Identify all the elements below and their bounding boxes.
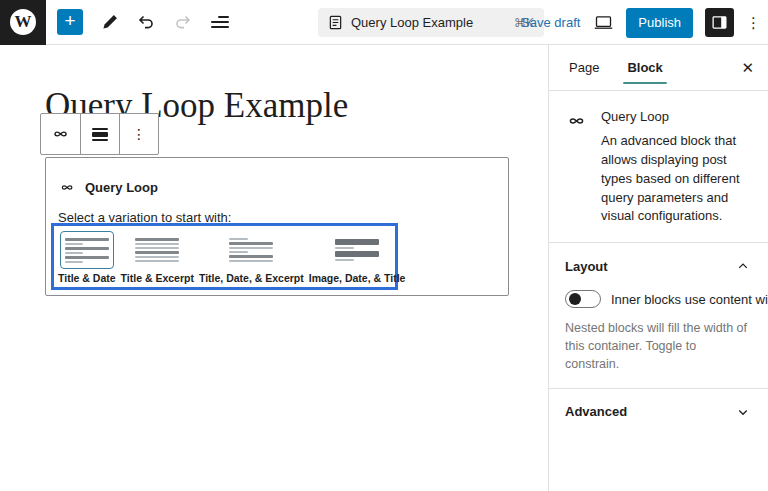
variation-icon [330, 231, 384, 269]
sidebar-tabs: Page Block ✕ [549, 45, 768, 91]
align-button[interactable] [80, 114, 119, 154]
layout-panel-header[interactable]: Layout [565, 257, 752, 275]
query-loop-icon [58, 178, 77, 197]
block-type-button[interactable] [41, 114, 80, 154]
variation-title-date-excerpt[interactable]: Title, Date, & Excerpt [199, 231, 304, 284]
variation-label: Title & Date [58, 272, 116, 284]
advanced-panel-header[interactable]: Advanced [565, 403, 752, 421]
title-excerpt-icon [135, 235, 179, 265]
variation-icon [224, 231, 278, 269]
block-toolbar: ⋮ [40, 113, 159, 155]
save-draft-button[interactable]: Save draft [521, 15, 580, 30]
toggle-label: Inner blocks use content width [611, 292, 768, 307]
advanced-panel-title: Advanced [565, 404, 627, 419]
settings-sidebar: Page Block ✕ Query Loop An advanced bloc… [548, 45, 768, 491]
wordpress-logo-button[interactable]: W [0, 0, 46, 45]
close-sidebar-button[interactable]: ✕ [741, 45, 754, 90]
document-title: Query Loop Example [351, 15, 506, 30]
redo-button[interactable] [172, 11, 194, 33]
wordpress-logo-icon: W [10, 9, 36, 35]
block-inserter-button[interactable]: + [57, 9, 83, 35]
advanced-panel: Advanced [549, 388, 768, 435]
editor-main: Query Loop Example ⋮ Query Loop Select a… [0, 45, 768, 491]
tab-page[interactable]: Page [555, 45, 613, 90]
query-loop-icon [565, 109, 589, 133]
variation-icon-selected [60, 231, 114, 269]
list-view-icon [211, 16, 229, 28]
query-loop-block-placeholder: Query Loop Select a variation to start w… [45, 157, 509, 296]
layout-help-text: Nested blocks will fill the width of thi… [565, 319, 751, 373]
settings-sidebar-toggle[interactable] [705, 8, 734, 37]
block-card-body: Query Loop An advanced block that allows… [601, 109, 752, 226]
variation-picker: Title & Date Title & Excerpt [51, 223, 398, 290]
block-card-description: An advanced block that allows displaying… [601, 132, 752, 226]
laptop-icon [593, 12, 614, 33]
align-icon [92, 128, 108, 141]
variation-label: Title & Excerpt [121, 272, 194, 284]
content-width-toggle[interactable] [565, 290, 601, 308]
toolbar-tools: + [57, 9, 231, 35]
publish-button[interactable]: Publish [626, 8, 693, 38]
redo-icon [173, 12, 193, 32]
variation-title-excerpt[interactable]: Title & Excerpt [121, 231, 194, 284]
block-options-button[interactable]: ⋮ [119, 114, 158, 154]
variation-label: Image, Date, & Title [309, 272, 406, 284]
title-date-icon [65, 235, 109, 265]
vertical-dots-icon: ⋮ [132, 132, 146, 136]
editor-top-bar: W + Query Loop Example ⌘K Save draft Pub… [0, 0, 768, 45]
chevron-up-icon [734, 257, 752, 275]
editor-canvas: Query Loop Example ⋮ Query Loop Select a… [0, 45, 548, 491]
chevron-down-icon [734, 403, 752, 421]
sidebar-icon [711, 14, 728, 31]
layout-panel-title: Layout [565, 259, 608, 274]
preview-button[interactable] [592, 12, 614, 34]
page-icon [328, 15, 343, 30]
block-card: Query Loop An advanced block that allows… [549, 91, 768, 242]
variation-image-date-title[interactable]: Image, Date, & Title [309, 231, 406, 284]
undo-icon [136, 12, 156, 32]
placeholder-header: Query Loop [58, 178, 508, 197]
pencil-icon [100, 13, 119, 32]
options-menu-button[interactable]: ⋮ [746, 20, 760, 25]
image-date-title-icon [335, 235, 379, 265]
toggle-knob [569, 293, 581, 305]
title-date-excerpt-icon [229, 235, 273, 265]
tab-block[interactable]: Block [613, 45, 676, 90]
topbar-right-group: Save draft Publish ⋮ [521, 0, 760, 45]
layout-panel: Layout Inner blocks use content width Ne… [549, 242, 768, 387]
undo-button[interactable] [135, 11, 157, 33]
content-width-toggle-row: Inner blocks use content width [565, 290, 752, 308]
document-overview-button[interactable] [209, 11, 231, 33]
edit-tool-button[interactable] [98, 11, 120, 33]
block-card-title: Query Loop [601, 109, 752, 124]
placeholder-title: Query Loop [85, 180, 158, 195]
variation-title-date[interactable]: Title & Date [58, 231, 116, 284]
query-loop-icon [50, 123, 72, 145]
document-title-bar[interactable]: Query Loop Example ⌘K [318, 8, 544, 37]
variation-label: Title, Date, & Excerpt [199, 272, 304, 284]
variation-icon [130, 231, 184, 269]
